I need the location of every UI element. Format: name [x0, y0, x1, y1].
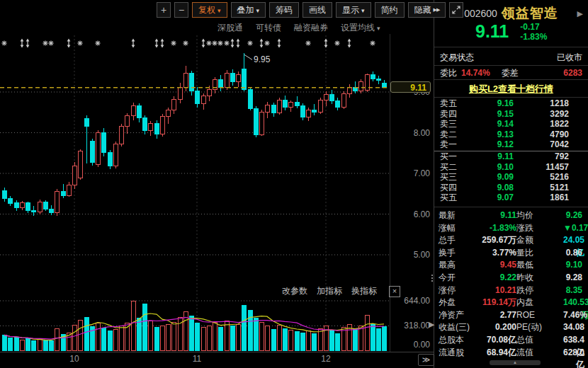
toolbar-button-叠加[interactable]: 叠加▾ — [231, 2, 266, 18]
volume-bar — [108, 331, 112, 350]
scroll-up-icon: ▲ — [513, 360, 517, 364]
stat-label: 最新 — [439, 209, 475, 222]
splitter-handle[interactable] — [431, 275, 433, 276]
volume-bar — [20, 340, 24, 350]
price-change: -0.17 — [520, 22, 547, 32]
ask-row[interactable]: 卖五9.161218 — [434, 98, 588, 109]
toolbar-button-隐藏[interactable]: 隐藏▶▶ — [408, 2, 446, 18]
indicator-button-换指标[interactable]: 换指标 — [351, 285, 377, 297]
trading-status-label: 交易状态 — [440, 52, 474, 64]
volume-axis-label: 0.00 — [414, 340, 431, 350]
ask-row[interactable]: 卖四9.153292 — [434, 109, 588, 120]
candle — [178, 87, 182, 99]
volume-bar — [242, 306, 246, 350]
candle — [277, 100, 281, 113]
candle — [101, 133, 106, 153]
candle — [189, 74, 193, 91]
stat-label: 流通股 — [439, 347, 475, 368]
candle — [131, 106, 135, 116]
bid-row[interactable]: 买四9.085121 — [434, 183, 588, 193]
candle — [201, 96, 205, 103]
candle — [324, 94, 328, 100]
time-axis-label: 12 — [321, 354, 331, 364]
candle — [137, 106, 141, 118]
fullscreen-button[interactable] — [449, 2, 463, 18]
panel-collapse-arrow[interactable]: ▶ — [429, 320, 434, 329]
subbar-link-融资融券[interactable]: 融资融券 — [294, 22, 328, 34]
candle — [38, 202, 42, 212]
toolbar-button-筹码[interactable]: 筹码 — [269, 2, 299, 18]
volume-bar — [154, 327, 159, 350]
toolbar-button-画线[interactable]: 画线 — [303, 2, 332, 18]
toolbar-button-显示[interactable]: 显示▾ — [336, 2, 371, 18]
zoom-in-button[interactable]: + — [157, 2, 171, 18]
candle — [160, 117, 164, 134]
volume-bar — [148, 321, 152, 350]
stat-label: 收益(三) — [439, 321, 475, 334]
volume-bar — [160, 326, 164, 350]
subbar-link-可转债[interactable]: 可转债 — [256, 22, 281, 34]
stat-value: 9.11 — [475, 209, 516, 222]
close-indicator-button[interactable]: × — [389, 286, 400, 297]
bid-row[interactable]: 买二9.1011457 — [434, 162, 588, 173]
candle — [119, 126, 123, 144]
volume-bar — [312, 333, 316, 350]
candle — [248, 90, 252, 108]
candle — [288, 103, 293, 108]
bid-row[interactable]: 买五9.071861 — [434, 192, 588, 203]
volume-bar — [283, 329, 287, 350]
stat-label: 涨跌 — [516, 222, 563, 235]
stat-label: 今开 — [439, 272, 475, 284]
next-stock-button[interactable]: ▶ — [577, 9, 583, 18]
volume-bar — [277, 325, 281, 350]
candle — [341, 93, 346, 108]
stat-label: 昨收 — [516, 272, 563, 284]
volume-bar — [49, 341, 53, 350]
volume-bar — [72, 325, 77, 350]
panel-scrollbar[interactable]: ▲ — [490, 360, 541, 365]
fullscreen-icon — [451, 5, 461, 15]
stat-label: 最低 — [516, 259, 563, 272]
zoom-out-button[interactable]: − — [174, 2, 188, 18]
candle — [218, 80, 222, 87]
buy-l2-link[interactable]: 购买L2查看十档行情 — [434, 83, 588, 96]
toolbar-button-复权[interactable]: 复权▾ — [192, 2, 227, 18]
ask-row[interactable]: 卖一9.127042 — [434, 139, 588, 150]
order-book: 卖五9.161218卖四9.153292卖三9.141822卖二9.134790… — [434, 98, 588, 203]
indicator-toolbar: 改参数加指标换指标× — [282, 285, 400, 297]
candle — [347, 87, 351, 93]
candle — [96, 133, 100, 165]
stat-label: 最高 — [439, 259, 475, 272]
ask-row[interactable]: 卖二9.134790 — [434, 130, 588, 140]
stat-row: 收益(三)0.200PE(动)34.08 — [434, 321, 588, 334]
ask-row[interactable]: 卖三9.141822 — [434, 119, 588, 130]
weicha-label: 委差 — [502, 67, 519, 79]
candle — [84, 118, 89, 126]
trading-status-value: 已收市 — [557, 52, 582, 64]
stat-value: 9.22 — [475, 272, 516, 284]
stat-value: 0.86 — [563, 247, 588, 260]
bid-row[interactable]: 买三9.095216 — [434, 172, 588, 183]
candle — [72, 166, 77, 185]
bid-row[interactable]: 买一9.11792 — [434, 151, 588, 162]
stat-label: 涨停 — [439, 284, 475, 297]
stat-label: 净资产 — [439, 309, 475, 322]
stat-row: 总股本70.08亿总值638.4亿 — [434, 334, 588, 347]
candle — [371, 75, 375, 79]
subbar-link-设置均线[interactable]: 设置均线▾ — [341, 22, 380, 34]
stat-value: 2.77 — [475, 309, 516, 322]
candle — [318, 100, 322, 113]
volume-bar — [96, 323, 100, 350]
candle — [382, 83, 386, 87]
stat-grid: 最新9.11均价9.26涨幅-1.83%涨跌▼0.17总手259.67万金额24… — [434, 209, 588, 359]
stat-value: 8.35 — [563, 284, 588, 297]
toolbar-button-简约[interactable]: 简约 — [375, 2, 405, 18]
volume-axis-label: 644.00 — [404, 296, 430, 306]
candle — [49, 209, 53, 212]
stat-value: 10.21 — [475, 284, 516, 297]
timeline-expand-button[interactable]: ≫ — [418, 354, 434, 366]
indicator-button-加指标[interactable]: 加指标 — [317, 285, 342, 297]
subbar-link-深股通[interactable]: 深股通 — [217, 22, 243, 34]
volume-bar — [236, 324, 240, 350]
indicator-button-改参数[interactable]: 改参数 — [282, 285, 307, 297]
